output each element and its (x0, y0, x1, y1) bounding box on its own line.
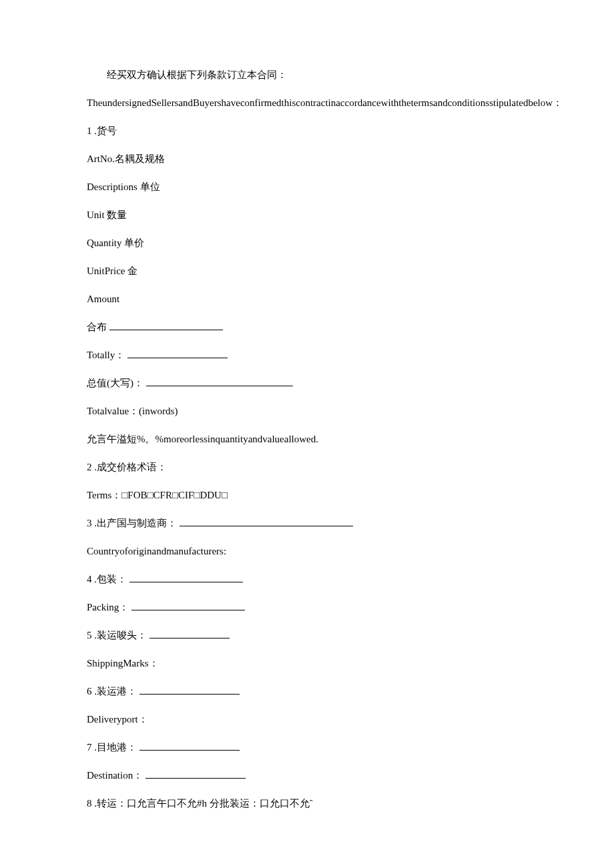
item3-en: Countryoforiginandmanufacturers: (67, 543, 547, 559)
item1-hebu-text: 合布 (87, 322, 107, 332)
item1-qty: Quantity 单价 (67, 235, 547, 251)
intro-en: TheundersignedSellersandBuyershaveconfir… (67, 95, 547, 111)
item1-allowance: 允言午溢短%。%moreorlessinquantityandvalueallo… (67, 431, 547, 447)
blank-fill[interactable] (109, 330, 223, 330)
item8-title: 8 .转运：口允言午口不允#h 分批装运：口允口不允ˆ (67, 795, 547, 811)
item6-title-text: 6 .装运港： (87, 686, 137, 697)
item2-terms-text: Terms：□FOB□CFR□CIF□DDU□ (87, 490, 228, 500)
blank-fill[interactable] (129, 582, 243, 582)
item8-title-text: 8 .转运：口允言午口不允#h 分批装运：口允口不允ˆ (87, 798, 313, 809)
item1-totally-text: Totally： (87, 350, 125, 360)
blank-fill[interactable] (180, 526, 353, 526)
blank-fill[interactable] (139, 750, 240, 751)
item1-total-en-text: Totalvalue：(inwords) (87, 406, 178, 416)
item1-unit: Unit 数量 (67, 207, 547, 223)
blank-fill[interactable] (139, 694, 240, 695)
blank-fill[interactable] (131, 610, 245, 610)
item4-en-text: Packing： (87, 602, 129, 612)
item2-terms: Terms：□FOB□CFR□CIF□DDU□ (67, 487, 547, 503)
item1-num: 1 .货号 (67, 123, 547, 139)
item1-artno-text: ArtNo.名耦及规格 (87, 153, 165, 164)
item1-desc: Descriptions 单位 (67, 179, 547, 195)
item7-en: Destination： (67, 767, 547, 783)
item3-title-text: 3 .出产国与制造商： (87, 518, 177, 528)
item5-title-text: 5 .装运唆头： (87, 630, 147, 640)
blank-fill[interactable] (149, 638, 230, 638)
item1-desc-text: Descriptions 单位 (87, 181, 160, 192)
item5-title: 5 .装运唆头： (67, 627, 547, 643)
item4-title-text: 4 .包装： (87, 574, 127, 584)
blank-fill[interactable] (146, 386, 293, 386)
item2-title: 2 .成交价格术语： (67, 459, 547, 475)
item7-title-text: 7 .目地港： (87, 742, 137, 753)
item7-title: 7 .目地港： (67, 739, 547, 755)
item6-en-text: Deliveryport： (87, 714, 148, 725)
blank-fill[interactable] (127, 358, 228, 358)
item6-en: Deliveryport： (67, 711, 547, 727)
intro-cn-text: 经买双方确认根据下列条款订立本合同： (107, 69, 287, 80)
item1-unit-text: Unit 数量 (87, 209, 127, 220)
item1-artno: ArtNo.名耦及规格 (67, 151, 547, 167)
item1-amount: Amount (67, 291, 547, 307)
item1-total-cn-text: 总值(大写)： (87, 378, 143, 388)
item4-en: Packing： (67, 599, 547, 615)
item1-amount-text: Amount (87, 294, 119, 304)
item1-total-en: Totalvalue：(inwords) (67, 403, 547, 419)
item1-hebu: 合布 (67, 319, 547, 335)
item5-en: ShippingMarks： (67, 655, 547, 671)
item3-title: 3 .出产国与制造商： (67, 515, 547, 531)
item1-qty-text: Quantity 单价 (87, 238, 144, 248)
item6-title: 6 .装运港： (67, 683, 547, 699)
intro-cn: 经买双方确认根据下列条款订立本合同： (67, 67, 547, 83)
intro-en-text: TheundersignedSellersandBuyershaveconfir… (87, 97, 563, 108)
item3-en-text: Countryoforiginandmanufacturers: (87, 546, 226, 556)
item1-total-cn: 总值(大写)： (67, 375, 547, 391)
item4-title: 4 .包装： (67, 571, 547, 587)
item1-num-text: 1 .货号 (87, 125, 117, 136)
blank-fill[interactable] (145, 778, 246, 779)
item1-unitprice-text: UnitPrice 金 (87, 266, 137, 276)
item2-title-text: 2 .成交价格术语： (87, 462, 167, 472)
item7-en-text: Destination： (87, 770, 143, 781)
item5-en-text: ShippingMarks： (87, 658, 159, 669)
item1-allowance-text: 允言午溢短%。%moreorlessinquantityandvalueallo… (87, 434, 318, 444)
item1-unitprice: UnitPrice 金 (67, 263, 547, 279)
item1-totally: Totally： (67, 347, 547, 363)
